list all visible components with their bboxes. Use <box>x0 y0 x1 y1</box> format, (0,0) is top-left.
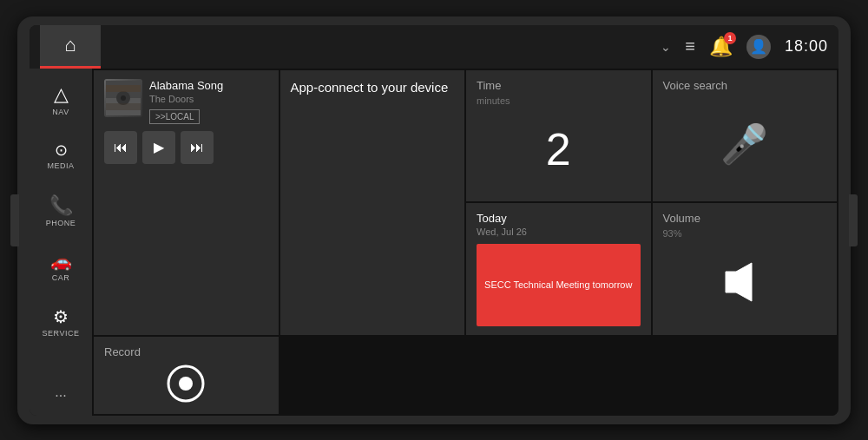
svg-rect-4 <box>106 85 141 92</box>
app-connect-title: App-connect to your device <box>291 79 455 96</box>
bell-wrapper[interactable]: 🔔 1 <box>709 36 733 58</box>
next-button[interactable]: ⏭ <box>181 131 214 164</box>
music-header: Alabama Song The Doors >>LOCAL <box>104 79 268 124</box>
prev-button[interactable]: ⏮ <box>104 131 137 164</box>
calendar-day: Wed, Jul 26 <box>477 227 641 237</box>
hamburger-icon[interactable]: ≡ <box>685 36 695 56</box>
play-button[interactable]: ▶ <box>142 131 175 164</box>
device-screen: ⌂ ⌄ ≡ 🔔 1 👤 18:00 △ N <box>30 25 838 416</box>
app-connect-tile[interactable]: App-connect to your device <box>280 70 465 335</box>
record-icon <box>104 362 268 405</box>
time-tile-title: Time <box>477 79 641 92</box>
time-tile-subtitle: minutes <box>477 95 641 106</box>
sidebar-label-nav: NAV <box>52 108 69 116</box>
sidebar: △ NAV ⊙ MEDIA 📞 PHONE 🚗 CAR ⚙ SERVIC <box>30 69 92 416</box>
music-info: Alabama Song The Doors >>LOCAL <box>149 79 268 124</box>
chevron-icon: ⌄ <box>661 40 671 54</box>
service-icon: ⚙ <box>53 306 69 327</box>
volume-value: 93% <box>663 228 827 239</box>
bracket-right <box>849 194 858 246</box>
phone-icon: 📞 <box>49 194 73 217</box>
sidebar-item-service[interactable]: ⚙ SERVICE <box>33 296 89 348</box>
clock-display: 18:00 <box>785 37 828 56</box>
top-bar-menu: ⌄ ≡ 🔔 1 👤 18:00 <box>661 35 828 59</box>
music-controls: ⏮ ▶ ⏭ <box>104 131 268 164</box>
svg-rect-5 <box>106 103 141 110</box>
record-tile[interactable]: Record <box>94 337 279 414</box>
nav-icon: △ <box>54 83 69 106</box>
voice-tile-title: Voice search <box>663 79 727 92</box>
volume-tile-title: Volume <box>663 212 827 225</box>
volume-tile[interactable]: Volume 93% <box>653 203 838 335</box>
microphone-icon: 🎤 <box>663 95 827 194</box>
voice-tile[interactable]: Voice search 🎤 <box>653 70 838 202</box>
time-tile[interactable]: Time minutes 2 <box>466 70 651 202</box>
music-artist: The Doors <box>149 94 268 104</box>
media-icon: ⊙ <box>55 141 68 160</box>
user-avatar[interactable]: 👤 <box>746 35 771 59</box>
calendar-date: Today <box>477 212 641 225</box>
time-value: 2 <box>477 106 641 194</box>
record-tile-title: Record <box>104 345 268 358</box>
volume-icon <box>663 239 827 326</box>
home-icon: ⌂ <box>64 34 76 56</box>
sidebar-item-nav[interactable]: △ NAV <box>33 74 89 126</box>
music-title: Alabama Song <box>149 79 268 92</box>
sidebar-label-phone: PHONE <box>46 219 76 227</box>
sidebar-label-media: MEDIA <box>47 161 74 170</box>
calendar-event: SECC Technical Meeting tomorrow <box>477 244 641 326</box>
svg-point-3 <box>121 95 126 101</box>
bell-badge: 1 <box>724 32 736 44</box>
sidebar-label-service: SERVICE <box>43 329 80 338</box>
svg-marker-6 <box>726 263 752 301</box>
sidebar-item-car[interactable]: 🚗 CAR <box>33 240 89 292</box>
home-tab[interactable]: ⌂ <box>40 25 101 69</box>
svg-point-8 <box>179 377 193 391</box>
device-frame: ⌂ ⌄ ≡ 🔔 1 👤 18:00 △ N <box>17 16 851 424</box>
sidebar-item-media[interactable]: ⊙ MEDIA <box>33 129 89 181</box>
user-icon: 👤 <box>750 38 767 55</box>
music-tile[interactable]: Alabama Song The Doors >>LOCAL ⏮ ▶ ⏭ <box>94 70 279 335</box>
local-button[interactable]: >>LOCAL <box>149 109 200 124</box>
album-art <box>104 79 142 117</box>
calendar-tile[interactable]: Today Wed, Jul 26 SECC Technical Meeting… <box>466 203 651 335</box>
top-bar: ⌂ ⌄ ≡ 🔔 1 👤 18:00 <box>30 25 838 69</box>
car-icon: 🚗 <box>50 251 72 272</box>
dashboard-grid: Alabama Song The Doors >>LOCAL ⏮ ▶ ⏭ Tim… <box>92 69 838 416</box>
sidebar-item-phone[interactable]: 📞 PHONE <box>33 185 89 237</box>
bracket-left <box>10 194 19 246</box>
album-art-image <box>104 79 142 117</box>
sidebar-label-car: CAR <box>52 273 70 282</box>
more-button[interactable]: ··· <box>55 388 66 410</box>
main-content: △ NAV ⊙ MEDIA 📞 PHONE 🚗 CAR ⚙ SERVIC <box>30 69 838 416</box>
